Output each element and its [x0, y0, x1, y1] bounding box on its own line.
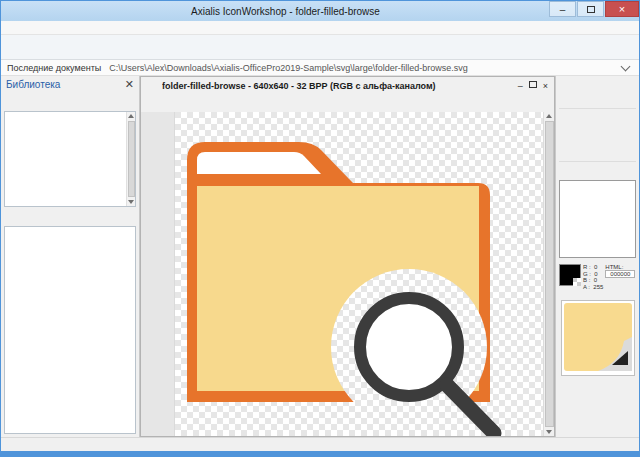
document-icon — [145, 79, 159, 93]
library-folder-grid — [4, 226, 136, 434]
folder-icon-artwork — [175, 112, 543, 436]
window-border — [1, 451, 639, 457]
color-info: R : 0 G : 0 B : 0 A : 255 HTML: 000000 — [559, 264, 636, 294]
minimize-button[interactable]: – — [549, 1, 576, 17]
tools-panel: R : 0 G : 0 B : 0 A : 255 HTML: 000000 — [555, 76, 639, 437]
main-area: Библиотека ✕ folder-filled-browse - 640x… — [1, 76, 639, 437]
brush-size-row-1 — [559, 111, 636, 121]
document-caption-buttons: – × — [518, 81, 550, 91]
color-spectrum-grid[interactable] — [559, 180, 636, 258]
maximize-icon — [587, 6, 595, 13]
close-panel-icon[interactable]: ✕ — [125, 78, 134, 91]
folder-tab-interior — [197, 152, 321, 174]
recent-documents-bar: Последние документы C:\Users\Alex\Downlo… — [1, 60, 639, 76]
caption-buttons: – × — [548, 1, 639, 21]
scrollbar-thumb[interactable] — [545, 121, 554, 427]
library-panel-header: Библиотека ✕ — [1, 76, 139, 93]
icon-preview-thumbnail — [564, 303, 632, 371]
scroll-up-icon[interactable] — [128, 114, 134, 118]
scrollbar-thumb[interactable] — [128, 121, 135, 197]
gradient-style-row — [559, 131, 636, 145]
app-window: Axialis IconWorkshop - folder-filled-bro… — [0, 0, 640, 457]
paste-color-icon[interactable] — [617, 280, 627, 290]
titlebar: Axialis IconWorkshop - folder-filled-bro… — [1, 0, 639, 21]
document-toolbar — [141, 94, 554, 112]
maximize-button[interactable] — [577, 1, 604, 17]
draw-tools-row-2 — [559, 92, 636, 106]
tree-scrollbar[interactable] — [126, 112, 135, 206]
statusbar — [1, 437, 639, 451]
window-title: Axialis IconWorkshop - folder-filled-bro… — [23, 6, 548, 17]
recent-documents-label: Последние документы — [7, 63, 101, 73]
html-color-value[interactable]: 000000 — [605, 270, 635, 278]
palette-toolbar — [559, 164, 636, 178]
scroll-up-icon[interactable] — [546, 114, 552, 118]
chevron-down-icon[interactable] — [621, 61, 631, 71]
menubar — [1, 21, 639, 35]
main-toolbar — [1, 35, 639, 60]
icon-preview-pane — [561, 300, 635, 376]
document-titlebar: folder-filled-browse - 640x640 - 32 BPP … — [141, 77, 554, 94]
close-button[interactable]: × — [605, 1, 639, 17]
library-tree — [4, 111, 136, 207]
recent-document-path[interactable]: C:\Users\Alex\Downloads\Axialis-OfficePr… — [109, 63, 618, 73]
document-window: folder-filled-browse - 640x640 - 32 BPP … — [140, 76, 555, 437]
current-color-preview[interactable] — [559, 264, 581, 286]
canvas-vertical-scrollbar[interactable] — [543, 112, 554, 436]
transform-tools-row — [559, 145, 636, 159]
doc-minimize-button[interactable]: – — [518, 81, 523, 91]
app-icon — [5, 4, 19, 18]
draw-tools-row-1 — [559, 78, 636, 92]
editor-canvas[interactable] — [175, 112, 543, 436]
scroll-down-icon[interactable] — [546, 430, 552, 434]
doc-close-button[interactable]: × — [543, 81, 548, 91]
brush-size-row-2 — [559, 121, 636, 131]
doc-maximize-button[interactable] — [529, 81, 537, 88]
library-panel-title: Библиотека — [6, 79, 125, 90]
canvas-margin — [141, 112, 175, 436]
copy-color-icon[interactable] — [605, 280, 615, 290]
document-title: folder-filled-browse - 640x640 - 32 BPP … — [162, 81, 515, 91]
library-panel: Библиотека ✕ — [1, 76, 140, 437]
rgba-values: R : 0 G : 0 B : 0 A : 255 — [583, 264, 603, 294]
library-toolbar-top — [1, 93, 139, 110]
library-toolbar-bottom — [1, 208, 139, 225]
canvas-area — [141, 112, 554, 436]
scroll-down-icon[interactable] — [128, 200, 134, 204]
